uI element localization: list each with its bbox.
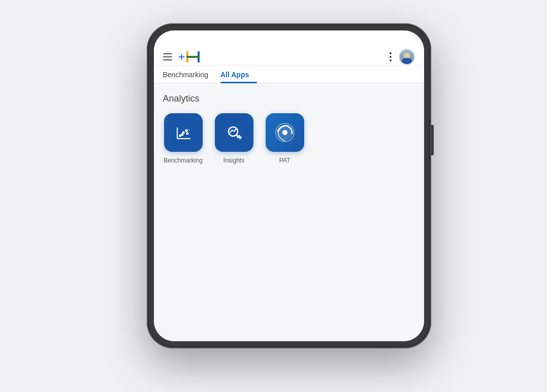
pat-label: PAT bbox=[279, 157, 291, 164]
hamburger-menu[interactable] bbox=[163, 53, 172, 60]
content-area: Analytics bbox=[154, 83, 424, 341]
tab-home[interactable]: Benchmarking bbox=[163, 66, 217, 83]
tab-all-apps[interactable]: All Apps bbox=[220, 66, 257, 83]
benchmarking-icon bbox=[164, 113, 203, 152]
pat-icon bbox=[266, 113, 304, 152]
svg-point-14 bbox=[283, 130, 287, 135]
app-insights[interactable]: Insights bbox=[214, 113, 254, 164]
logo-h-icon bbox=[186, 51, 200, 62]
logo-plus-icon: + bbox=[178, 50, 185, 64]
benchmarking-label: Benchmarking bbox=[164, 157, 203, 164]
svg-point-9 bbox=[186, 133, 188, 135]
app-pat[interactable]: PAT bbox=[265, 113, 305, 164]
insights-label: Insights bbox=[223, 157, 244, 164]
analytics-section-title: Analytics bbox=[163, 93, 415, 104]
tabs-bar: Benchmarking All Apps bbox=[154, 66, 424, 83]
apps-grid: Benchmarking bbox=[163, 113, 415, 164]
svg-rect-2 bbox=[186, 56, 200, 58]
app-logo: + bbox=[178, 50, 200, 64]
more-dots-button[interactable] bbox=[388, 50, 394, 63]
screen: + bbox=[154, 30, 424, 341]
insights-icon bbox=[215, 113, 253, 152]
scene: + bbox=[116, 23, 431, 369]
navbar-right bbox=[388, 49, 415, 65]
navbar: + bbox=[154, 45, 424, 66]
status-bar bbox=[154, 30, 424, 45]
phone-frame: + bbox=[147, 23, 431, 348]
avatar-image bbox=[400, 50, 414, 64]
side-button bbox=[431, 125, 434, 155]
app-benchmarking[interactable]: Benchmarking bbox=[163, 113, 204, 164]
avatar[interactable] bbox=[399, 49, 415, 65]
